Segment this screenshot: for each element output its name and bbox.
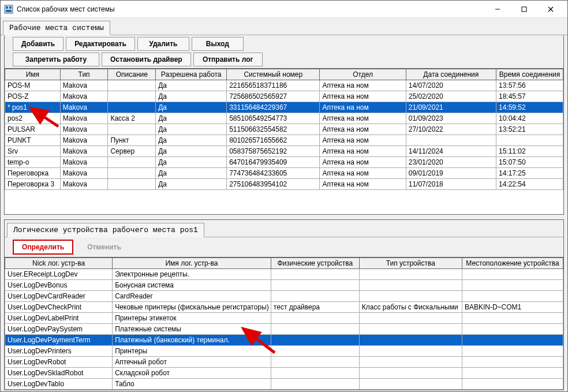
table-row[interactable]: Переговорка 3MakovaДа275106483954102Апте… — [5, 179, 563, 190]
cell-phys — [271, 280, 359, 291]
cell-connDate: 01/09/2023 — [406, 113, 496, 124]
table-row[interactable]: POS-ZMakovaДа725686502565927Аптека на но… — [5, 91, 563, 102]
col-phys[interactable]: Физические устройства — [271, 258, 359, 269]
col-allowed[interactable]: Разрешена работа — [156, 69, 227, 80]
toolbar-row-1: Добавить Редактировать Удалить Выход — [5, 35, 563, 53]
col-conn-date[interactable]: Дата соединения — [406, 69, 496, 80]
cell-connDate: 11/07/2018 — [406, 179, 496, 190]
devices-tab[interactable]: Логические устройства рабочего места pos… — [7, 223, 204, 237]
cell-loc — [462, 379, 563, 390]
svg-rect-3 — [6, 10, 12, 12]
cell-name: PULSAR — [5, 124, 61, 135]
table-row[interactable]: User.LogDevLabelPrintПринтеры этикеток — [5, 313, 563, 324]
send-log-button[interactable]: Отправить лог — [193, 53, 263, 66]
cell-sysnum: 221656518371186 — [227, 80, 320, 91]
cell-name: Srv — [5, 146, 61, 157]
svg-rect-1 — [6, 6, 8, 9]
cell-connTime: 14:59:52 — [496, 102, 563, 113]
cell-connTime — [496, 135, 563, 146]
edit-button[interactable]: Редактировать — [66, 37, 135, 51]
cell-name: Платежные системы — [113, 324, 271, 335]
cell-type: Makova — [60, 179, 108, 190]
svg-rect-5 — [522, 7, 526, 12]
col-nick[interactable]: Nick лог. устр-ва — [5, 258, 113, 269]
cell-type — [359, 324, 462, 335]
table-row[interactable]: pos2MakovaКасса 2Да585106549254773Аптека… — [5, 113, 563, 124]
col-dev-name[interactable]: Имя лог. устр-ва — [113, 258, 271, 269]
cell-type: Makova — [60, 168, 108, 179]
forbid-button[interactable]: Запретить работу — [13, 53, 99, 66]
add-button[interactable]: Добавить — [13, 37, 63, 51]
cell-connTime: 10:04:42 — [496, 113, 563, 124]
cell-connTime: 13:57:56 — [496, 80, 563, 91]
app-icon — [4, 5, 13, 14]
table-row[interactable]: User.LogDevPrintersПринтеры — [5, 346, 563, 357]
cell-nick: User.LogDevPrinters — [5, 346, 113, 357]
cell-name: Бонусная система — [113, 280, 271, 291]
table-row[interactable]: User.LogDevBonusБонусная система — [5, 280, 563, 291]
table-row[interactable]: User.LogDevSkladRobotСкладской робот — [5, 368, 563, 379]
cell-connDate: 14/07/2020 — [406, 80, 496, 91]
col-desc[interactable]: Описание — [108, 69, 156, 80]
cell-phys — [271, 313, 359, 324]
col-loc[interactable]: Местоположение устройства — [462, 258, 563, 269]
table-row[interactable]: User.LogDevCardReaderCardReader — [5, 291, 563, 302]
maximize-button[interactable] — [511, 1, 537, 17]
cell-loc — [462, 324, 563, 335]
devices-header-row: Nick лог. устр-ва Имя лог. устр-ва Физич… — [5, 258, 563, 269]
cell-sysnum: 058375875652192 — [227, 146, 320, 157]
workplaces-panel: Добавить Редактировать Удалить Выход Зап… — [4, 35, 564, 215]
cell-type: Класс работы с Фискальными — [359, 302, 462, 313]
app-window: Список рабочих мест системы Рабочие мест… — [0, 0, 568, 392]
table-row[interactable]: POS-MMakovaДа221656518371186Аптека на но… — [5, 80, 563, 91]
window-controls — [484, 1, 564, 17]
cell-connTime: 15:07:50 — [496, 157, 563, 168]
stop-driver-button[interactable]: Остановить драйвер — [102, 53, 191, 66]
cell-connDate — [406, 135, 496, 146]
table-row[interactable]: User.LogDevTabloТабло — [5, 379, 563, 390]
close-button[interactable] — [537, 1, 564, 17]
col-name[interactable]: Имя — [5, 69, 61, 80]
cell-name: Переговорка — [5, 168, 61, 179]
cell-connDate: 09/01/2019 — [406, 168, 496, 179]
cell-nick: User.LogDevSkladRobot — [5, 368, 113, 379]
table-row[interactable]: * pos1MakovaДа331156484229367Аптека на н… — [5, 102, 563, 113]
devices-tabstrip: Логические устройства рабочего места pos… — [5, 220, 563, 237]
delete-button[interactable]: Удалить — [137, 37, 189, 51]
minimize-button[interactable] — [484, 1, 511, 17]
table-row[interactable]: PUNKTMakovaПунктДа801026571655662Аптека … — [5, 135, 563, 146]
exit-button[interactable]: Выход — [192, 37, 244, 51]
col-sysnum[interactable]: Системный номер — [227, 69, 320, 80]
table-row[interactable]: User.EReceipt.LogDevЭлектронные рецепты. — [5, 269, 563, 280]
table-row[interactable]: SrvMakovaСерверДа058375875652192Аптека н… — [5, 146, 563, 157]
cell-name: Табло — [113, 379, 271, 390]
table-row[interactable]: User.LogDevPaymentTermПлатежный (банковс… — [5, 335, 563, 346]
col-dept[interactable]: Отдел — [320, 69, 406, 80]
cell-nick: User.LogDevLabelPrint — [5, 313, 113, 324]
table-row[interactable]: temp-oMakovaДа647016479935409Аптека на н… — [5, 157, 563, 168]
cell-nick: User.LogDevTablo — [5, 379, 113, 390]
cell-type: Makova — [60, 124, 108, 135]
cancel-button[interactable]: Отменить — [79, 240, 129, 255]
workplaces-grid[interactable]: Имя Тип Описание Разрешена работа Систем… — [5, 68, 563, 214]
cell-name: POS-Z — [5, 91, 61, 102]
table-row[interactable]: User.LogDevPaySystemПлатежные системы — [5, 324, 563, 335]
col-type[interactable]: Тип — [60, 69, 108, 80]
cell-type: Makova — [60, 80, 108, 91]
cell-sysnum: 585106549254773 — [227, 113, 320, 124]
table-row[interactable]: ПереговоркаMakovaДа774736484233605Аптека… — [5, 168, 563, 179]
tab-workplaces[interactable]: Рабочие места системы — [3, 21, 110, 35]
table-row[interactable]: PULSARMakovaДа511506632554582Аптека на н… — [5, 124, 563, 135]
table-row[interactable]: User.LogDevRobotАптечный робот — [5, 357, 563, 368]
col-dev-type[interactable]: Тип устройства — [359, 258, 462, 269]
cell-dept: Аптека на ном — [320, 135, 406, 146]
cell-connTime: 15:11:02 — [496, 146, 563, 157]
col-conn-time[interactable]: Время соединения — [496, 69, 563, 80]
cell-name: CardReader — [113, 291, 271, 302]
define-button[interactable]: Определить — [13, 240, 73, 255]
cell-loc — [462, 269, 563, 280]
devices-grid[interactable]: Nick лог. устр-ва Имя лог. устр-ва Физич… — [5, 257, 563, 390]
cell-desc — [108, 80, 156, 91]
table-row[interactable]: User.LogDevCheckPrintЧековые принтеры (ф… — [5, 302, 563, 313]
window-title: Список рабочих мест системы — [17, 5, 484, 13]
